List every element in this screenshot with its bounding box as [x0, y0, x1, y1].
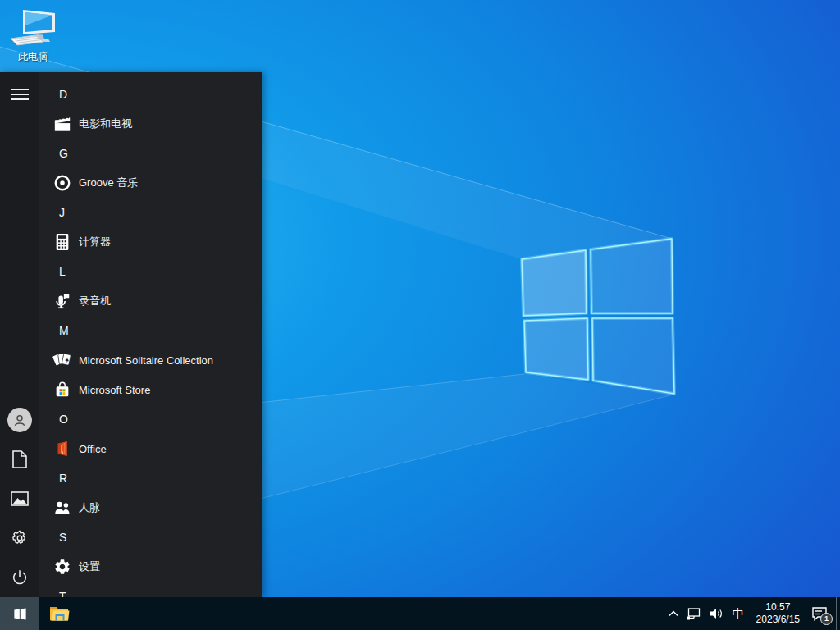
office-icon: [52, 439, 72, 459]
user-account-button[interactable]: [0, 400, 39, 440]
desktop-icon-this-pc[interactable]: 此电脑: [5, 4, 61, 62]
app-group-header-G[interactable]: G: [39, 139, 262, 168]
app-item-solitaire[interactable]: ♠ Microsoft Solitaire Collection: [39, 345, 262, 375]
desktop: 此电脑: [0, 0, 840, 630]
rail-settings-button[interactable]: [0, 518, 39, 558]
volume-button[interactable]: [705, 597, 728, 630]
app-item-groove-music[interactable]: Groove 音乐: [39, 168, 262, 198]
app-item-voice-recorder[interactable]: 录音机: [39, 286, 262, 316]
app-group-header-J[interactable]: J: [39, 198, 262, 227]
taskbar: 中 10:57 2023/6/15 1: [0, 597, 840, 630]
app-item-calculator[interactable]: 计算器: [39, 227, 262, 257]
app-item-settings[interactable]: 设置: [39, 552, 262, 582]
chevron-up-icon: [669, 610, 678, 617]
this-pc-label: 此电脑: [5, 51, 61, 62]
settings-icon: [11, 529, 29, 547]
power-button[interactable]: [0, 558, 39, 597]
start-menu-rail: [0, 72, 39, 597]
app-group-header-R[interactable]: R: [39, 463, 262, 493]
solitaire-icon: ♠: [52, 350, 72, 370]
ethernet-network-icon: [687, 607, 701, 620]
movies-tv-icon: [52, 114, 72, 134]
file-explorer-icon: [48, 604, 70, 623]
power-icon: [11, 568, 29, 587]
app-label: Groove 音乐: [79, 176, 138, 190]
network-button[interactable]: [682, 597, 705, 630]
app-group-header-M[interactable]: M: [39, 316, 262, 345]
show-desktop-button[interactable]: [836, 597, 840, 630]
this-pc-icon: [9, 4, 57, 47]
app-group-header-O[interactable]: O: [39, 404, 262, 434]
show-hidden-icons-button[interactable]: [664, 597, 682, 630]
clock-date: 2023/6/15: [756, 614, 800, 626]
app-label: Office: [79, 443, 107, 455]
start-menu-app-list: D 电影和电视 G: [39, 72, 262, 597]
speaker-volume-icon: [710, 607, 724, 620]
taskbar-clock[interactable]: 10:57 2023/6/15: [750, 601, 806, 626]
ime-indicator-button[interactable]: 中: [728, 597, 750, 630]
pictures-button[interactable]: [0, 479, 39, 518]
file-explorer-button[interactable]: [39, 597, 79, 630]
app-label: 人脉: [79, 500, 100, 515]
documents-icon: [11, 450, 28, 468]
hamburger-icon: [11, 88, 29, 101]
documents-button[interactable]: [0, 440, 39, 479]
app-label: Microsoft Store: [79, 384, 150, 396]
pictures-icon: [11, 491, 29, 506]
action-center-button[interactable]: 1: [806, 597, 836, 630]
system-tray: 中 10:57 2023/6/15 1: [664, 597, 840, 630]
windows-logo-icon: [12, 606, 28, 622]
app-label: 电影和电视: [79, 116, 132, 131]
app-group-header-S[interactable]: S: [39, 523, 262, 552]
start-button[interactable]: [0, 597, 39, 630]
clock-time: 10:57: [756, 601, 800, 614]
app-item-people[interactable]: 人脉: [39, 493, 262, 523]
app-label: Microsoft Solitaire Collection: [79, 354, 213, 367]
expand-menu-button[interactable]: [0, 75, 39, 114]
start-menu: D 电影和电视 G: [0, 72, 262, 597]
app-group-header-L[interactable]: L: [39, 257, 262, 286]
app-group-header-D[interactable]: D: [39, 80, 262, 109]
groove-music-icon: [52, 173, 72, 193]
user-avatar-icon: [7, 408, 32, 432]
voice-recorder-icon: [52, 291, 72, 311]
calculator-icon: [52, 232, 72, 252]
app-group-header-T[interactable]: T: [39, 582, 262, 597]
notification-badge: 1: [820, 613, 833, 625]
app-item-office[interactable]: Office: [39, 434, 262, 463]
app-label: 计算器: [79, 235, 111, 249]
app-item-microsoft-store[interactable]: Microsoft Store: [39, 375, 262, 404]
app-item-movies-tv[interactable]: 电影和电视: [39, 109, 262, 139]
app-label: 录音机: [79, 294, 111, 308]
people-icon: [52, 498, 72, 518]
app-label: 设置: [79, 559, 100, 574]
microsoft-store-icon: [52, 380, 72, 399]
settings-gear-icon: [52, 557, 72, 577]
